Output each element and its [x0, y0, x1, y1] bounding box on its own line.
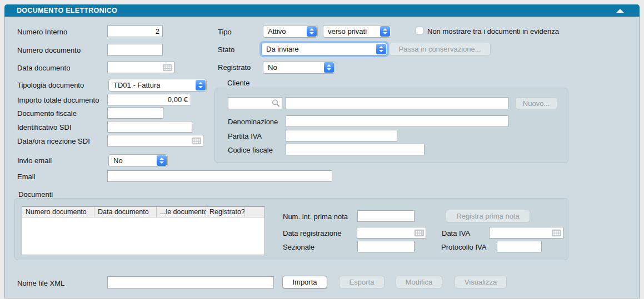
- importo-totale-field[interactable]: [107, 94, 191, 105]
- partita-iva-field[interactable]: [286, 130, 397, 141]
- panel-titlebar: DOCUMENTO ELETTRONICO: [4, 4, 640, 17]
- invio-email-label: Invio email: [17, 156, 52, 165]
- nuovo-button[interactable]: Nuovo...: [515, 97, 557, 109]
- stato-label: Stato: [218, 45, 234, 54]
- panel-body: Numero Interno Numero documento Data doc…: [4, 17, 640, 298]
- stato-select[interactable]: Da inviare: [261, 43, 387, 55]
- chevron-updown-icon: [157, 155, 167, 166]
- identificativo-sdi-field[interactable]: [107, 121, 192, 133]
- col-registrato[interactable]: Registrato?: [206, 207, 245, 217]
- cliente-codice-search-field[interactable]: [228, 97, 282, 109]
- calendar-icon[interactable]: [192, 137, 201, 144]
- esporta-button[interactable]: Esporta: [339, 276, 385, 288]
- tipologia-documento-select[interactable]: TD01 - Fattura: [108, 79, 207, 92]
- registra-prima-nota-button[interactable]: Registra prima nota: [446, 210, 530, 222]
- panel-title: DOCUMENTO ELETTRONICO: [17, 7, 117, 14]
- evidenza-checkbox[interactable]: [416, 27, 423, 34]
- chevron-updown-icon: [376, 44, 386, 54]
- data-documento-label: Data documento: [17, 64, 70, 72]
- tipo-direzione-select[interactable]: verso privati: [323, 25, 391, 38]
- calendar-icon[interactable]: [163, 64, 172, 71]
- chevron-updown-icon: [380, 26, 390, 37]
- data-registrazione-field[interactable]: [357, 227, 426, 239]
- documento-fiscale-field[interactable]: [107, 107, 163, 119]
- col-numero-documento[interactable]: Numero documento: [22, 207, 94, 217]
- invio-email-select[interactable]: No: [108, 154, 168, 167]
- documento-fiscale-label: Documento fiscale: [17, 109, 77, 118]
- data-documento-field[interactable]: [107, 62, 174, 73]
- num-int-prima-nota-field[interactable]: [357, 210, 415, 222]
- numero-interno-field[interactable]: [107, 26, 163, 37]
- collapse-triangle-icon[interactable]: [616, 9, 624, 13]
- magnifier-icon[interactable]: [272, 99, 280, 108]
- importo-totale-label: Importo totale documento: [17, 96, 99, 104]
- sezionale-label: Sezionale: [283, 243, 314, 251]
- documenti-group: Numero documento Data documento ...le do…: [14, 198, 568, 260]
- data-ricezione-sdi-field[interactable]: [107, 135, 203, 146]
- tipo-label: Tipo: [218, 28, 232, 36]
- passa-conservazione-button[interactable]: Passa in conservazione...: [389, 43, 491, 55]
- nome-file-xml-label: Nome file XML: [17, 279, 64, 287]
- email-field[interactable]: [107, 170, 332, 182]
- visualizza-button[interactable]: Visualizza: [455, 276, 507, 288]
- protocollo-iva-label: Protocollo IVA: [441, 243, 486, 251]
- num-int-prima-nota-label: Num. int. prima nota: [283, 212, 348, 221]
- chevron-updown-icon: [307, 26, 317, 37]
- chevron-updown-icon: [324, 62, 334, 73]
- modifica-button[interactable]: Modifica: [396, 276, 442, 288]
- calendar-icon[interactable]: [552, 229, 561, 236]
- partita-iva-label: Partita IVA: [228, 132, 262, 140]
- importa-button[interactable]: Importa: [282, 276, 327, 288]
- numero-documento-field[interactable]: [107, 44, 163, 55]
- denominazione-label: Denominazione: [228, 118, 278, 126]
- data-iva-field[interactable]: [489, 227, 563, 239]
- evidenza-checkbox-label: Non mostrare tra i documenti in evidenza: [427, 27, 559, 36]
- registrato-select[interactable]: No: [263, 61, 335, 74]
- documenti-table-header: Numero documento Data documento ...le do…: [22, 207, 264, 217]
- documenti-table[interactable]: Numero documento Data documento ...le do…: [22, 206, 265, 255]
- cliente-group-label: Cliente: [227, 79, 249, 87]
- cliente-group: Nuovo... Denominazione Partita IVA Codic…: [214, 88, 568, 163]
- codice-fiscale-field[interactable]: [286, 144, 425, 155]
- tipo-select[interactable]: Attivo: [263, 25, 318, 38]
- nome-file-xml-field[interactable]: [107, 276, 274, 288]
- documento-elettronico-panel: DOCUMENTO ELETTRONICO Numero Interno Num…: [4, 4, 640, 298]
- identificativo-sdi-label: Identificativo SDI: [17, 123, 72, 131]
- sezionale-field[interactable]: [357, 241, 415, 252]
- email-label: Email: [17, 173, 36, 181]
- numero-documento-label: Numero documento: [17, 46, 81, 54]
- denominazione-field[interactable]: [286, 115, 508, 127]
- codice-fiscale-label: Codice fiscale: [228, 146, 273, 154]
- registrato-label: Registrato: [218, 63, 251, 72]
- col-data-documento[interactable]: Data documento: [94, 207, 157, 217]
- cliente-nome-field[interactable]: [286, 97, 508, 109]
- numero-interno-label: Numero Interno: [17, 28, 67, 36]
- col-totale-documento[interactable]: ...le documento: [157, 207, 206, 217]
- calendar-icon[interactable]: [415, 229, 424, 236]
- data-ricezione-sdi-label: Data/ora ricezione SDI: [17, 137, 90, 145]
- col-empty: [245, 207, 264, 217]
- protocollo-iva-field[interactable]: [497, 241, 542, 252]
- tipologia-documento-label: Tipologia documento: [17, 81, 84, 89]
- data-iva-label: Data IVA: [442, 229, 470, 237]
- documenti-group-label: Documenti: [18, 190, 53, 199]
- data-registrazione-label: Data registrazione: [283, 229, 342, 237]
- chevron-updown-icon: [196, 80, 206, 90]
